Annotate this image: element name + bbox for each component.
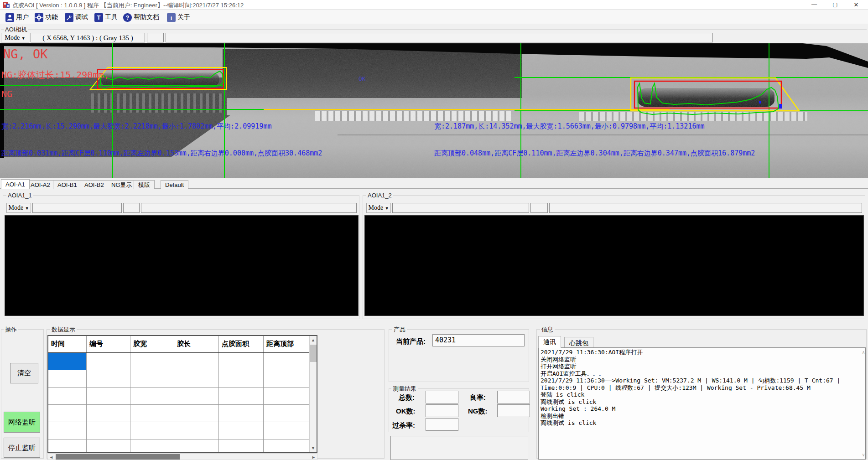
- table-cell[interactable]: [87, 370, 130, 388]
- table-cell[interactable]: [87, 439, 130, 453]
- menu-item-function[interactable]: 功能: [33, 12, 60, 23]
- camera-view[interactable]: NG, OK NG:胶体过长:15.290mm, NG OK 宽:2.216mm…: [0, 43, 868, 178]
- table-row[interactable]: [48, 439, 317, 453]
- left-stats-line1: 宽:2.216mm,长:15.290mm,最大胶宽:2.2218mm,最小:1.…: [1, 122, 272, 131]
- maximize-button[interactable]: ▢: [825, 0, 846, 10]
- table-cell[interactable]: [48, 405, 87, 422]
- close-button[interactable]: ✕: [846, 0, 867, 10]
- table-cell[interactable]: [48, 439, 87, 453]
- col-glue-area[interactable]: 点胶面积: [219, 336, 264, 352]
- camera-mode-dropdown[interactable]: Mode ▼: [1, 33, 29, 42]
- tab-aoi-b1[interactable]: AOI-B1: [53, 180, 82, 189]
- subview-right-image[interactable]: [364, 215, 864, 316]
- stop-listen-button[interactable]: 停止监听: [4, 438, 40, 458]
- table-cell[interactable]: [48, 388, 87, 405]
- table-cell[interactable]: [219, 370, 264, 388]
- tab-aoi-b2[interactable]: AOI-B2: [80, 180, 109, 189]
- table-cell[interactable]: [264, 388, 310, 405]
- table-vscroll-thumb[interactable]: [310, 345, 317, 362]
- tab-template[interactable]: 模版: [134, 180, 155, 189]
- table-cell[interactable]: [264, 370, 310, 388]
- scroll-down-icon[interactable]: ∨: [862, 451, 865, 459]
- table-cell[interactable]: [219, 353, 264, 370]
- table-cell[interactable]: [174, 405, 219, 422]
- table-cell[interactable]: [264, 405, 310, 422]
- table-cell[interactable]: [87, 388, 130, 405]
- overkill-field: [426, 418, 458, 431]
- table-cell[interactable]: [87, 422, 130, 439]
- tab-default[interactable]: Default: [161, 180, 188, 189]
- col-distance-top[interactable]: 距离顶部: [264, 336, 310, 352]
- table-cell[interactable]: [130, 405, 174, 422]
- table-cell[interactable]: [48, 422, 87, 439]
- menu-item-user[interactable]: 用户: [4, 12, 31, 23]
- table-cell[interactable]: [87, 405, 130, 422]
- col-glue-width[interactable]: 胶宽: [130, 336, 174, 352]
- menu-item-help[interactable]: ? 帮助文档: [121, 12, 161, 23]
- table-row[interactable]: [48, 370, 317, 388]
- table-hscrollbar[interactable]: ◄ ►: [47, 453, 317, 460]
- data-table[interactable]: 时间 编号 胶宽 胶长 点胶面积 距离顶部 ▲ ▼: [47, 335, 317, 453]
- subview-left-mode-dropdown[interactable]: Mode ▼: [6, 203, 31, 213]
- svg-text:?: ?: [126, 14, 130, 21]
- table-cell[interactable]: [174, 353, 219, 370]
- scroll-right-icon[interactable]: ►: [312, 455, 316, 460]
- comm-log[interactable]: 2021/7/29 11:36:30:AOI程序打开 关闭网络监听 打开网络监听…: [538, 347, 866, 460]
- table-hscroll-thumb[interactable]: [56, 454, 180, 460]
- table-cell[interactable]: [174, 422, 219, 439]
- col-glue-length[interactable]: 胶长: [174, 336, 219, 352]
- table-cell[interactable]: [174, 370, 219, 388]
- scroll-up-icon[interactable]: ▲: [311, 338, 315, 342]
- info-tab-heartbeat[interactable]: 心跳包: [564, 337, 593, 348]
- table-cell[interactable]: [130, 353, 174, 370]
- table-cell[interactable]: [48, 353, 87, 370]
- table-row[interactable]: [48, 405, 317, 422]
- log-line: 关闭网络监听: [541, 356, 863, 363]
- camera-toolbar-box-wide: [166, 33, 713, 42]
- menu-item-debug[interactable]: 调试: [63, 12, 90, 23]
- table-cell[interactable]: [174, 388, 219, 405]
- ng-flag-text: NG: [1, 88, 12, 99]
- scroll-down-icon[interactable]: ▼: [311, 446, 315, 450]
- table-cell[interactable]: [219, 388, 264, 405]
- info-tab-comm[interactable]: 通讯: [538, 336, 561, 348]
- total-field: [426, 391, 458, 403]
- table-cell[interactable]: [264, 439, 310, 453]
- yield-field: [497, 391, 530, 403]
- tab-ng-display[interactable]: NG显示: [107, 180, 137, 189]
- current-product-field[interactable]: 40231: [432, 334, 525, 346]
- table-cell[interactable]: [174, 439, 219, 453]
- menu-item-about[interactable]: i 关于: [165, 12, 192, 23]
- minimize-button[interactable]: —: [804, 0, 825, 10]
- table-cell[interactable]: [130, 422, 174, 439]
- table-cell[interactable]: [219, 422, 264, 439]
- scroll-up-icon[interactable]: ∧: [862, 349, 865, 356]
- col-time[interactable]: 时间: [48, 336, 87, 352]
- table-row[interactable]: [48, 353, 317, 370]
- ng-count-label: NG数:: [468, 407, 488, 416]
- tab-aoi-a1[interactable]: AOI-A1: [1, 179, 30, 189]
- table-cell[interactable]: [87, 353, 130, 370]
- table-cell[interactable]: [264, 353, 310, 370]
- table-header-row: 时间 编号 胶宽 胶长 点胶面积 距离顶部: [48, 336, 317, 353]
- scroll-left-icon[interactable]: ◄: [49, 455, 53, 460]
- table-cell[interactable]: [130, 388, 174, 405]
- table-cell[interactable]: [219, 405, 264, 422]
- table-cell[interactable]: [130, 439, 174, 453]
- svg-text:i: i: [171, 14, 172, 21]
- subview-right-mode-dropdown[interactable]: Mode ▼: [366, 203, 391, 213]
- clear-button[interactable]: 清空: [10, 363, 38, 383]
- col-id[interactable]: 编号: [87, 336, 130, 352]
- network-listen-button[interactable]: 网络监听: [4, 412, 40, 433]
- table-cell[interactable]: [48, 370, 87, 388]
- operation-group-label: 操作: [4, 326, 18, 334]
- tab-aoi-a2[interactable]: AOI-A2: [26, 180, 55, 189]
- table-vscrollbar[interactable]: ▲ ▼: [309, 336, 317, 452]
- table-row[interactable]: [48, 388, 317, 405]
- table-cell[interactable]: [264, 422, 310, 439]
- table-row[interactable]: [48, 422, 317, 439]
- subview-left-image[interactable]: [5, 215, 359, 316]
- table-cell[interactable]: [219, 439, 264, 453]
- table-cell[interactable]: [130, 370, 174, 388]
- menu-item-tools[interactable]: T 工具: [93, 12, 120, 23]
